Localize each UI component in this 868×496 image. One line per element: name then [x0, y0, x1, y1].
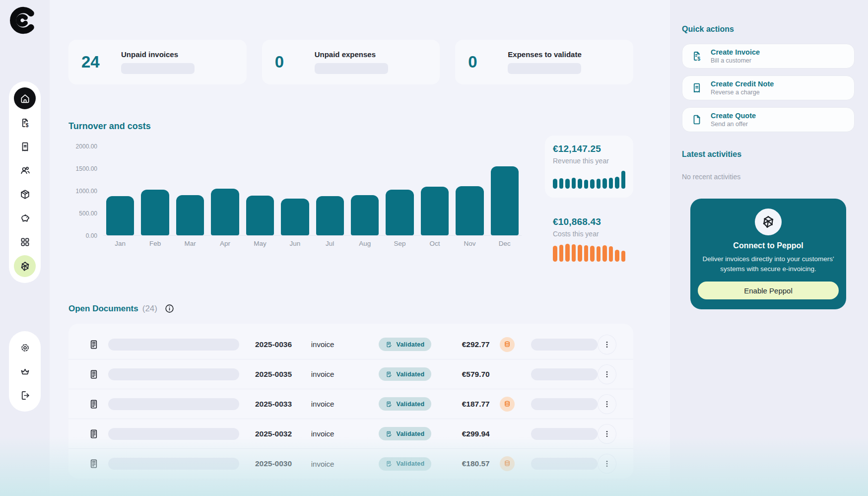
nav-item-crown[interactable] [14, 361, 35, 382]
revenue-summary-card: €12,147.25 Revenue this year [545, 136, 633, 198]
chart-bar-dec [491, 166, 519, 236]
document-type: invoice [311, 460, 379, 468]
peppol-network-icon [761, 214, 776, 229]
right-sidebar: Quick actions $ Create Invoice Bill a cu… [670, 0, 868, 496]
document-row-2025-0036[interactable]: 2025-0036 invoice Validated €292.77 [68, 330, 633, 359]
chart-bar-mar [176, 195, 204, 235]
document-grid-icon [88, 428, 99, 439]
mini-bar [572, 244, 576, 262]
row-menu-button[interactable] [598, 424, 616, 444]
row-skeleton [531, 368, 598, 380]
document-row-2025-0030[interactable]: 2025-0030 invoice Validated €180.57 [68, 449, 633, 479]
row-menu-button[interactable] [598, 394, 616, 414]
document-amount: €187.77 [462, 400, 499, 409]
nav-item-logout[interactable] [14, 385, 35, 406]
document-grid-icon [88, 458, 99, 469]
doc-check-icon [386, 401, 393, 408]
row-skeleton [108, 398, 239, 410]
nav-item-settings-gear[interactable] [14, 337, 35, 358]
kebab-menu-icon [602, 370, 611, 379]
peppol-description: Deliver invoices directly into your cust… [698, 254, 839, 274]
nav-item-peppol-network[interactable] [14, 255, 36, 277]
stats-row: 24 Unpaid invoices 0 Unpaid expenses 0 E… [68, 40, 633, 84]
year-summary-column: €12,147.25 Revenue this year €10,868.43 … [545, 136, 633, 262]
x-tick-label: Jun [281, 240, 309, 247]
document-number: 2025-0032 [255, 429, 311, 438]
quick-action-title: Create Quote [711, 112, 756, 120]
quick-action-create-invoice[interactable]: $ Create Invoice Bill a customer [682, 44, 855, 69]
mini-bar [602, 245, 607, 262]
revenue-label: Revenue this year [553, 157, 625, 165]
logout-icon [19, 390, 31, 401]
costs-label: Costs this year [553, 230, 625, 238]
nav-item-piggy-bank[interactable] [14, 208, 35, 228]
stat-value: 24 [81, 53, 110, 71]
nav-item-users[interactable] [14, 160, 35, 181]
mini-bar [578, 179, 582, 189]
x-tick-label: Feb [141, 240, 169, 247]
quick-action-subtitle: Send an offer [711, 121, 756, 128]
peppol-network-icon [19, 261, 31, 272]
costs-amount: €10,868.43 [553, 216, 625, 227]
quick-action-create-credit-note[interactable]: Create Credit Note Reverse a charge [682, 75, 855, 100]
grid-icon [19, 236, 31, 248]
row-skeleton [108, 339, 239, 351]
document-grid-icon [88, 428, 99, 439]
document-row-2025-0032[interactable]: 2025-0032 invoice Validated €299.94 [68, 419, 633, 449]
document-number: 2025-0036 [255, 340, 311, 349]
mini-bar [584, 180, 589, 189]
enable-peppol-button[interactable]: Enable Peppol [698, 282, 839, 299]
quick-actions-title: Quick actions [682, 25, 855, 34]
row-menu-button[interactable] [598, 335, 616, 354]
chart-bar-jan [106, 196, 134, 235]
row-skeleton [531, 458, 598, 470]
mini-bar [615, 250, 619, 262]
stat-label: Unpaid invoices [121, 50, 195, 59]
stat-card-unpaid-expenses[interactable]: 0 Unpaid expenses [262, 40, 440, 84]
row-menu-button[interactable] [598, 454, 616, 474]
nav-item-receipt[interactable] [14, 136, 35, 157]
document-row-2025-0033[interactable]: 2025-0033 invoice Validated €187.77 [68, 389, 633, 419]
open-documents-title: Open Documents [68, 304, 138, 314]
coins-icon [500, 397, 515, 412]
status-badge: Validated [379, 397, 432, 411]
company-logo[interactable] [8, 5, 39, 36]
quick-action-create-quote[interactable]: Create Quote Send an offer [682, 107, 855, 132]
peppol-title: Connect to Peppol [733, 241, 803, 250]
stat-skeleton [121, 63, 195, 74]
chart-bar-aug [351, 195, 379, 235]
document-number: 2025-0035 [255, 370, 311, 379]
row-skeleton [531, 339, 598, 351]
mini-bar [553, 179, 557, 189]
piggy-bank-icon [19, 213, 31, 224]
stat-label: Unpaid expenses [315, 50, 388, 59]
info-icon[interactable] [164, 303, 175, 314]
document-grid-icon [88, 339, 99, 350]
nav-item-invoice-dollar[interactable]: $ [14, 112, 35, 133]
stat-card-unpaid-invoices[interactable]: 24 Unpaid invoices [68, 40, 247, 84]
y-tick-label: 0.00 [86, 232, 97, 239]
chart-bar-feb [141, 190, 169, 235]
x-tick-label: Mar [176, 240, 204, 247]
row-menu-button[interactable] [598, 364, 616, 384]
main-panel: 24 Unpaid invoices 0 Unpaid expenses 0 E… [50, 0, 670, 496]
chart-bar-apr [211, 189, 239, 236]
mini-bar [559, 245, 564, 262]
mini-bar [565, 244, 570, 262]
mini-bar [559, 178, 564, 189]
nav-item-grid[interactable] [14, 231, 35, 252]
document-grid-icon [88, 458, 99, 469]
document-row-2025-0035[interactable]: 2025-0035 invoice Validated €579.70 [68, 359, 633, 389]
status-badge: Validated [379, 367, 432, 381]
stat-card-expenses-to-validate[interactable]: 0 Expenses to validate [455, 40, 633, 84]
nav-item-home[interactable] [14, 87, 36, 109]
chart-bar-may [246, 196, 274, 235]
document-amount: €292.77 [462, 340, 499, 349]
status-badge-label: Validated [397, 430, 425, 437]
stat-value: 0 [275, 53, 304, 71]
info-icon [164, 303, 175, 314]
x-tick-label: Aug [351, 240, 379, 247]
coins-icon [503, 400, 512, 409]
package-icon [19, 189, 31, 200]
nav-item-package[interactable] [14, 184, 35, 205]
